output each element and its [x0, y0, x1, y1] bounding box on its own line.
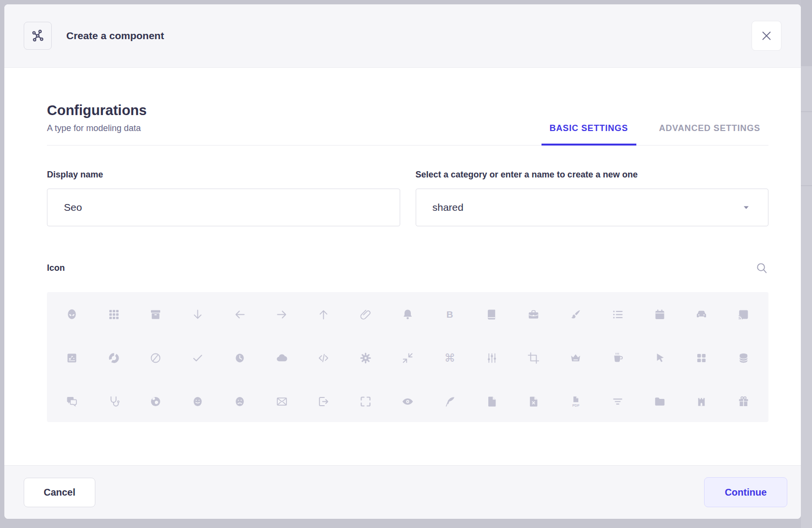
file-pdf-icon[interactable] — [569, 394, 583, 409]
folder-icon[interactable] — [652, 394, 667, 409]
category-select[interactable]: shared — [416, 189, 769, 226]
file-icon[interactable] — [484, 394, 499, 409]
component-icon — [24, 22, 52, 50]
bold-icon[interactable] — [442, 307, 457, 322]
code-icon[interactable] — [316, 351, 331, 365]
cloud-icon[interactable] — [274, 351, 289, 365]
crop-icon[interactable] — [526, 351, 541, 365]
search-icon — [755, 261, 768, 275]
book-icon[interactable] — [484, 307, 499, 322]
envelop-icon[interactable] — [274, 394, 289, 409]
display-name-label: Display name — [47, 170, 400, 180]
tab-advanced-settings[interactable]: ADVANCED SETTINGS — [651, 123, 768, 145]
tab-basic-settings[interactable]: BASIC SETTINGS — [541, 123, 636, 145]
icon-label: Icon — [47, 263, 65, 273]
briefcase-icon[interactable] — [526, 307, 541, 322]
earth-icon[interactable] — [149, 394, 163, 409]
collapse-icon[interactable] — [400, 351, 415, 365]
file-error-icon[interactable] — [526, 394, 541, 409]
category-value: shared — [433, 202, 464, 213]
scrollbar[interactable] — [801, 0, 812, 528]
cog-icon[interactable] — [359, 351, 373, 365]
chart-circle-icon[interactable] — [106, 351, 121, 365]
command-icon[interactable] — [442, 351, 457, 365]
modal-title: Create a component — [66, 30, 164, 42]
icon-grid — [47, 292, 768, 422]
check-icon[interactable] — [191, 351, 205, 365]
display-name-input[interactable]: Seo — [47, 189, 400, 226]
filter-icon[interactable] — [610, 394, 625, 409]
exit-icon[interactable] — [316, 394, 331, 409]
alien-icon[interactable] — [64, 307, 79, 322]
section-head: Configurations A type for modeling data … — [47, 103, 768, 146]
page-subtitle: A type for modeling data — [47, 123, 147, 133]
car-icon[interactable] — [694, 307, 709, 322]
bell-icon[interactable] — [400, 307, 415, 322]
attachment-icon[interactable] — [359, 307, 373, 322]
chart-bubble-icon[interactable] — [64, 351, 79, 365]
emotion-happy-icon[interactable] — [191, 394, 205, 409]
crown-icon[interactable] — [569, 351, 583, 365]
category-group: Select a category or enter a name to cre… — [416, 170, 769, 226]
clock-icon[interactable] — [232, 351, 247, 365]
arrow-left-icon[interactable] — [232, 307, 247, 322]
calendar-icon[interactable] — [652, 307, 667, 322]
database-icon[interactable] — [737, 351, 751, 365]
search-button[interactable] — [755, 261, 768, 275]
discuss-icon[interactable] — [64, 394, 79, 409]
archive-icon[interactable] — [149, 307, 163, 322]
dashboard-icon[interactable] — [694, 351, 709, 365]
chevron-down-icon — [741, 202, 752, 213]
arrow-right-icon[interactable] — [274, 307, 289, 322]
continue-button[interactable]: Continue — [704, 477, 787, 507]
scrollbar-thumb[interactable] — [801, 0, 812, 66]
close-button[interactable] — [752, 21, 782, 51]
display-name-value: Seo — [64, 202, 82, 213]
modal-footer: Cancel Continue — [4, 465, 801, 519]
bullet-list-icon[interactable] — [610, 307, 625, 322]
expand-icon[interactable] — [359, 394, 373, 409]
arrow-up-icon[interactable] — [316, 307, 331, 322]
close-icon — [760, 29, 773, 42]
feather-icon[interactable] — [442, 394, 457, 409]
category-label: Select a category or enter a name to cre… — [416, 170, 769, 180]
form-row: Display name Seo Select a category or en… — [47, 170, 768, 226]
apps-icon[interactable] — [106, 307, 121, 322]
gift-icon[interactable] — [737, 394, 751, 409]
cup-icon[interactable] — [610, 351, 625, 365]
divider — [801, 185, 812, 186]
brush-icon[interactable] — [569, 307, 583, 322]
doctor-icon[interactable] — [106, 394, 121, 409]
divider — [801, 111, 812, 112]
modal-body: Configurations A type for modeling data … — [4, 68, 801, 465]
emotion-unhappy-icon[interactable] — [232, 394, 247, 409]
modal-header: Create a component — [4, 4, 801, 68]
page-title: Configurations — [47, 103, 147, 118]
cursor-icon[interactable] — [652, 351, 667, 365]
arrow-down-icon[interactable] — [191, 307, 205, 322]
chart-pie-icon[interactable] — [149, 351, 163, 365]
connector-icon[interactable] — [484, 351, 499, 365]
icon-picker-head: Icon — [47, 261, 768, 275]
display-name-group: Display name Seo — [47, 170, 400, 226]
eye-icon[interactable] — [400, 394, 415, 409]
tabs: BASIC SETTINGS ADVANCED SETTINGS — [541, 103, 769, 145]
cast-icon[interactable] — [737, 307, 751, 322]
create-component-modal: Create a component Configurations A type… — [4, 4, 801, 519]
gate-icon[interactable] — [694, 394, 709, 409]
cancel-button[interactable]: Cancel — [24, 478, 95, 507]
section-titles: Configurations A type for modeling data — [47, 103, 147, 145]
